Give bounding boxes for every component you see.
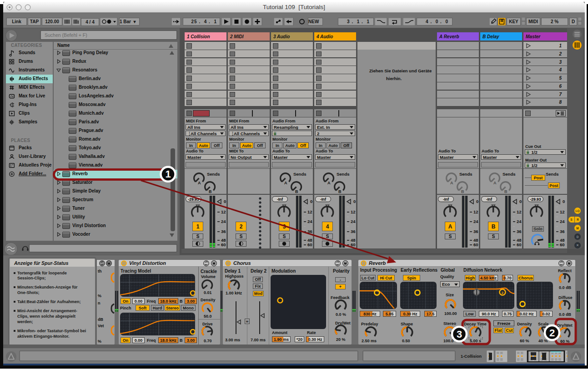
svg-text:2: 2 xyxy=(549,327,555,339)
svg-text:1: 1 xyxy=(165,168,171,180)
svg-text:3: 3 xyxy=(457,329,462,340)
